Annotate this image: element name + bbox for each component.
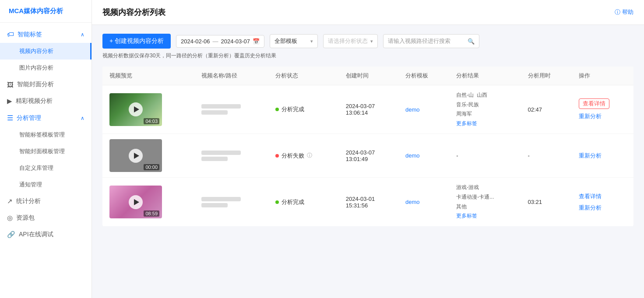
- calendar-icon: 📅: [253, 38, 260, 45]
- table-row: 08:59: [102, 178, 633, 226]
- sidebar-item-notify-mgmt[interactable]: 通知管理: [0, 176, 91, 193]
- cell-result: 游戏-游戏 卡通动漫-卡通... 其他 更多标签: [449, 178, 521, 226]
- cell-time-used: -: [521, 134, 572, 178]
- search-placeholder: 请输入视频路径进行搜索: [388, 37, 450, 45]
- time-used-value: 02:47: [528, 106, 542, 113]
- sidebar-item-smart-cover-template[interactable]: 智能封面模板管理: [0, 143, 91, 160]
- reanalyze-button[interactable]: 重新分析: [579, 204, 626, 212]
- sidebar-item-video-analysis[interactable]: 视频内容分析: [0, 43, 91, 60]
- col-actions: 操作: [572, 67, 633, 85]
- reanalyze-button[interactable]: 重新分析: [579, 112, 626, 120]
- result-tags: 自然-山 山西 音乐-民族 周海军 更多标签: [456, 91, 514, 128]
- sidebar-item-custom-library[interactable]: 自定义库管理: [0, 160, 91, 176]
- page-title: 视频内容分析列表: [102, 7, 165, 25]
- col-time-used: 分析用时: [521, 67, 572, 85]
- status-select[interactable]: 请选择分析状态 ▾: [323, 34, 378, 48]
- status-dot: [275, 200, 279, 204]
- date-start: 2024-02-06: [181, 38, 210, 45]
- cell-time-used: 02:47: [521, 85, 572, 134]
- search-icon: 🔍: [468, 38, 475, 45]
- video-duration: 08:59: [144, 210, 159, 217]
- thumb-image: 00:00: [109, 139, 162, 172]
- sidebar-item-stats[interactable]: ↗ 统计分析: [0, 193, 91, 210]
- chevron-down-icon: ▾: [310, 39, 313, 44]
- play-button[interactable]: [129, 195, 143, 209]
- view-detail-button[interactable]: 查看详情: [579, 193, 626, 200]
- video-duration: 04:03: [144, 118, 159, 124]
- app-logo: MCA媒体内容分析: [0, 0, 91, 23]
- blurred-name: [201, 197, 261, 207]
- col-result: 分析结果: [449, 67, 521, 85]
- table-row: 04:03: [102, 85, 633, 134]
- chevron-up-icon: ∧: [81, 32, 84, 38]
- sidebar-group-smart-tags[interactable]: 🏷 智能标签 ∧: [0, 26, 91, 43]
- video-thumbnail[interactable]: 04:03: [109, 93, 162, 126]
- cell-result: 自然-山 山西 音乐-民族 周海军 更多标签: [449, 85, 521, 134]
- template-name: demo: [405, 152, 420, 159]
- more-tags-link[interactable]: 更多标签: [456, 211, 514, 221]
- more-tags-link[interactable]: 更多标签: [456, 119, 514, 129]
- info-icon: ⓘ: [615, 8, 620, 16]
- cell-name-path: [194, 85, 268, 134]
- cell-preview: 08:59: [102, 178, 194, 226]
- status-badge: 分析完成: [275, 198, 332, 206]
- search-input-box[interactable]: 请输入视频路径进行搜索 🔍: [383, 34, 479, 48]
- sidebar: MCA媒体内容分析 🏷 智能标签 ∧ 视频内容分析 图片内容分析 🖼 智能封面分…: [0, 0, 92, 298]
- notice-bar: 视频分析数据仅保存30天，同一路径的分析（重新分析）覆盖历史分析结果: [102, 52, 633, 60]
- video-thumbnail[interactable]: 00:00: [109, 139, 162, 172]
- cell-actions: 查看详情 重新分析: [572, 178, 633, 226]
- cell-name-path: [194, 178, 268, 226]
- sidebar-item-label: 智能封面分析: [17, 81, 54, 88]
- cell-status: 分析完成: [268, 178, 339, 226]
- reanalyze-button[interactable]: 重新分析: [579, 152, 626, 160]
- sidebar-group-label: 智能标签: [18, 31, 42, 39]
- table-row: 00:00: [102, 134, 633, 178]
- result-dash: -: [456, 152, 458, 159]
- sidebar-item-api-test[interactable]: 🔗 API在线调试: [0, 226, 91, 243]
- template-select[interactable]: 全部模板 ▾: [270, 34, 318, 48]
- cell-preview: 04:03: [102, 85, 194, 134]
- cell-template: demo: [398, 178, 449, 226]
- tag: 游戏-游戏: [456, 183, 514, 193]
- cell-result: -: [449, 134, 521, 178]
- created-time: 2024-03-07: [346, 103, 391, 109]
- sidebar-group-analysis-mgmt[interactable]: ☰ 分析管理 ∧: [0, 109, 91, 126]
- cell-preview: 00:00: [102, 134, 194, 178]
- cell-template: demo: [398, 85, 449, 134]
- play-button[interactable]: [129, 102, 143, 116]
- sidebar-item-smart-tag-template[interactable]: 智能标签模板管理: [0, 126, 91, 143]
- sidebar-item-image-analysis[interactable]: 图片内容分析: [0, 60, 91, 76]
- sidebar-item-label: 统计分析: [16, 197, 41, 205]
- view-detail-button[interactable]: 查看详情: [579, 98, 609, 109]
- chevron-up-icon: ∧: [81, 115, 84, 121]
- sidebar-item-resource[interactable]: ◎ 资源包: [0, 210, 91, 226]
- date-range-picker[interactable]: 2024-02-06 — 2024-03-07 📅: [176, 35, 264, 48]
- tag: 其他: [456, 202, 514, 212]
- play-button[interactable]: [129, 149, 143, 163]
- tag: 周海军: [456, 109, 514, 119]
- col-preview: 视频预览: [102, 67, 194, 85]
- info-icon[interactable]: ⓘ: [307, 152, 312, 159]
- col-created: 创建时间: [339, 67, 398, 85]
- video-thumbnail[interactable]: 08:59: [109, 186, 162, 218]
- cell-actions: 查看详情 重新分析: [572, 85, 633, 134]
- cell-status: 分析失败 ⓘ: [268, 134, 339, 178]
- sidebar-item-smart-cover[interactable]: 🖼 智能封面分析: [0, 76, 91, 93]
- cell-actions: 重新分析: [572, 134, 633, 178]
- create-analysis-button[interactable]: + 创建视频内容分析: [102, 34, 171, 49]
- cover-icon: 🖼: [7, 81, 14, 88]
- video-duration: 00:00: [144, 164, 159, 170]
- created-time-sub: 15:31:56: [346, 202, 391, 209]
- created-time-sub: 13:01:49: [346, 156, 391, 162]
- result-tags: 游戏-游戏 卡通动漫-卡通... 其他 更多标签: [456, 183, 514, 221]
- time-used-value: 03:21: [528, 199, 542, 205]
- created-time: 2024-03-01: [346, 196, 391, 202]
- cell-created: 2024-03-01 15:31:56: [339, 178, 398, 226]
- template-name: demo: [405, 199, 420, 205]
- cell-created: 2024-03-07 13:06:14: [339, 85, 398, 134]
- help-button[interactable]: ⓘ 帮助: [615, 8, 633, 23]
- status-badge: 分析失败 ⓘ: [275, 152, 332, 160]
- blurred-name: [201, 104, 261, 115]
- sidebar-item-highlight-video[interactable]: ▶ 精彩视频分析: [0, 93, 91, 109]
- cell-created: 2024-03-07 13:01:49: [339, 134, 398, 178]
